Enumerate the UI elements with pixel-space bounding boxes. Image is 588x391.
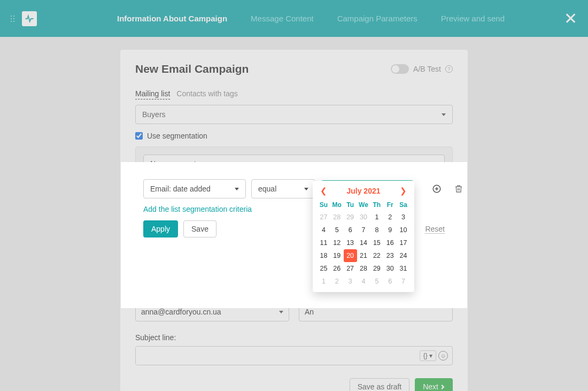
step-content[interactable]: Message Content [251, 14, 314, 23]
sender-email-value: anna@cardforyou.cn.ua [141, 308, 221, 316]
calendar-day[interactable]: 8 [370, 224, 383, 236]
calendar-day[interactable]: 1 [370, 211, 383, 224]
step-preview[interactable]: Preview and send [441, 14, 505, 23]
next-month-icon[interactable]: ❯ [397, 186, 410, 196]
close-icon[interactable]: ✕ [564, 9, 577, 28]
calendar-day[interactable]: 29 [370, 262, 383, 275]
calendar-day[interactable]: 24 [397, 249, 410, 262]
sender-name-input[interactable] [299, 302, 453, 321]
calendar-day-out[interactable]: 28 [330, 211, 344, 224]
wizard-steps: Information About Campaign Message Conte… [117, 14, 505, 23]
calendar-day[interactable]: 10 [397, 224, 410, 236]
toggle-icon[interactable] [391, 64, 409, 74]
chevron-down-icon [442, 113, 446, 116]
save-button[interactable]: Save [183, 220, 216, 237]
step-params[interactable]: Campaign Parameters [337, 14, 417, 23]
footer-actions: Save as draft Next [135, 378, 453, 391]
segment-field-select[interactable]: Email: date added [143, 179, 246, 198]
calendar-day[interactable]: 30 [383, 262, 397, 275]
next-label: Next [423, 382, 438, 391]
info-suffix: emails. [225, 264, 250, 272]
calendar-day[interactable]: 2 [383, 211, 397, 224]
calendar-day[interactable]: 21 [357, 249, 370, 262]
chevron-down-icon [434, 163, 438, 165]
calendar-day[interactable]: 15 [370, 236, 383, 249]
campaign-card: New Email Campaign A/B Test ? Mailing li… [120, 50, 468, 391]
mailing-list-value: Buyers [142, 110, 166, 119]
calendar-dow: We [357, 199, 370, 211]
calendar-day-out[interactable]: 1 [317, 275, 330, 288]
calendar-day[interactable]: 13 [344, 236, 357, 249]
emoji-icon[interactable]: ☺ [438, 351, 448, 361]
calendar-dow: Sa [397, 199, 410, 211]
ab-test-toggle[interactable]: A/B Test ? [391, 64, 453, 74]
calendar-day[interactable]: 23 [383, 249, 397, 262]
sender-email-label: Sender email address: [135, 289, 289, 298]
use-segmentation-label: Use segmentation [147, 132, 207, 140]
segment-select[interactable]: New segment [143, 155, 445, 173]
use-segmentation-row[interactable]: Use segmentation [135, 132, 453, 140]
calendar-day[interactable]: 16 [383, 236, 397, 249]
calendar-dow: Tu [344, 199, 357, 211]
calendar-day[interactable]: 25 [317, 262, 330, 275]
help-icon[interactable]: ? [445, 65, 453, 73]
calendar-day[interactable]: 26 [330, 262, 344, 275]
add-criteria-link[interactable]: Add the list segmentation criteria [143, 205, 252, 213]
calendar-day[interactable]: 19 [330, 249, 344, 262]
calendar-day[interactable]: 17 [397, 236, 410, 249]
drag-handle-icon[interactable] [11, 16, 14, 22]
calendar-day-out[interactable]: 4 [357, 275, 370, 288]
calendar-day[interactable]: 6 [344, 224, 357, 236]
insert-variable-button[interactable]: {} ▾ [420, 350, 436, 361]
topbar: Information About Campaign Message Conte… [0, 0, 588, 37]
calendar-day[interactable]: 5 [330, 224, 344, 236]
calendar-day-out[interactable]: 2 [330, 275, 344, 288]
calendar-day[interactable]: 22 [370, 249, 383, 262]
calendar-day-out[interactable]: 3 [344, 275, 357, 288]
prev-month-icon[interactable]: ❮ [317, 186, 330, 196]
calendar-day-out[interactable]: 30 [357, 211, 370, 224]
use-segmentation-checkbox[interactable] [135, 132, 143, 140]
calendar-month-label[interactable]: July 2021 [346, 187, 380, 195]
calendar-day-out[interactable]: 27 [317, 211, 330, 224]
chevron-down-icon [279, 311, 283, 313]
calendar-day-out[interactable]: 29 [344, 211, 357, 224]
calendar-day[interactable]: 9 [383, 224, 397, 236]
segment-operator-select[interactable]: equal [251, 179, 315, 198]
calendar-day[interactable]: 11 [317, 236, 330, 249]
tab-mailing-list[interactable]: Mailing list [135, 89, 170, 99]
calendar-day[interactable]: 31 [397, 262, 410, 275]
calendar-dow: Mo [330, 199, 344, 211]
calendar-day-out[interactable]: 6 [383, 275, 397, 288]
segment-select-value: New segment [150, 159, 196, 168]
calendar-day[interactable]: 3 [397, 211, 410, 224]
calendar-day-out[interactable]: 5 [370, 275, 383, 288]
step-info[interactable]: Information About Campaign [117, 14, 227, 23]
apply-button[interactable]: Apply [143, 220, 178, 237]
sender-email-select[interactable]: anna@cardforyou.cn.ua [135, 302, 289, 321]
mailing-list-select[interactable]: Buyers [135, 105, 453, 124]
calendar-day[interactable]: 20 [344, 249, 357, 262]
logo-icon[interactable] [22, 11, 37, 26]
next-button[interactable]: Next [415, 378, 453, 391]
tab-contacts-tags[interactable]: Contacts with tags [176, 89, 237, 99]
subject-input[interactable] [136, 347, 415, 365]
calendar-day[interactable]: 4 [317, 224, 330, 236]
sender-row: Sender email address: anna@cardforyou.cn… [135, 289, 453, 321]
calendar-day-out[interactable]: 7 [397, 275, 410, 288]
calendar-day[interactable]: 18 [317, 249, 330, 262]
ab-label: A/B Test [413, 65, 441, 73]
save-draft-button[interactable]: Save as draft [350, 378, 410, 391]
delete-rule-icon[interactable] [454, 183, 463, 194]
reset-link[interactable]: Reset [425, 225, 445, 234]
recipient-tabs: Mailing list Contacts with tags [135, 89, 453, 99]
calendar-day[interactable]: 28 [357, 262, 370, 275]
add-rule-icon[interactable] [432, 183, 442, 194]
calendar-day[interactable]: 7 [357, 224, 370, 236]
calendar-day[interactable]: 27 [344, 262, 357, 275]
calendar-day[interactable]: 14 [357, 236, 370, 249]
calendar-dow: Su [317, 199, 330, 211]
subject-tools: {} ▾ ☺ [415, 347, 452, 365]
calendar-day[interactable]: 12 [330, 236, 344, 249]
chevron-down-icon [304, 188, 308, 190]
